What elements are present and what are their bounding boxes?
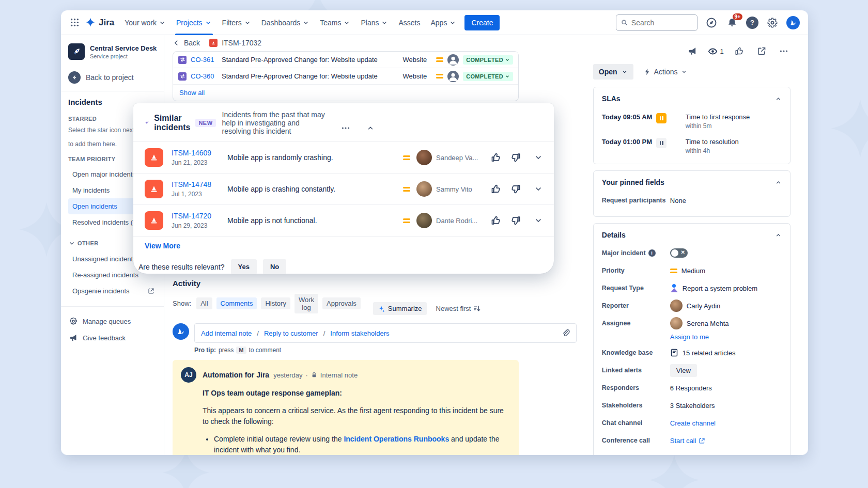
pinned-fields-header[interactable]: Your pinned fields: [602, 176, 782, 192]
collapse-panel-icon[interactable]: [364, 121, 377, 135]
nav-item-plans[interactable]: Plans: [355, 10, 393, 35]
discover-icon[interactable]: [705, 16, 718, 29]
similar-incident-row[interactable]: ITSM-14748 Jul 1, 2023 Mobile app is cra…: [133, 173, 554, 204]
similar-incidents-title: Similar incidents: [154, 114, 190, 132]
filter-comments[interactable]: Comments: [216, 297, 257, 309]
back-link[interactable]: Back: [184, 39, 200, 47]
add-internal-note-link[interactable]: Add internal note: [201, 329, 252, 337]
expand-row-icon[interactable]: [534, 185, 542, 193]
more-options-icon[interactable]: [777, 44, 791, 58]
nav-item-dashboards[interactable]: Dashboards: [256, 10, 315, 35]
expand-row-icon[interactable]: [534, 153, 542, 162]
project-header[interactable]: Central Service Desk Service project: [68, 43, 159, 60]
inform-stakeholders-link[interactable]: Inform stakeholders: [330, 329, 389, 337]
help-icon[interactable]: ?: [746, 17, 758, 29]
notifications-icon[interactable]: 9+: [725, 16, 739, 29]
relevant-no-button[interactable]: No: [263, 259, 286, 274]
chevron-left-icon[interactable]: [173, 39, 180, 46]
actions-dropdown[interactable]: Actions: [644, 68, 687, 76]
relevant-yes-button[interactable]: Yes: [231, 259, 257, 274]
change-key-link[interactable]: CO-360: [191, 72, 218, 80]
panel-more-options-icon[interactable]: [339, 121, 352, 135]
reply-to-customer-link[interactable]: Reply to customer: [264, 329, 318, 337]
nav-item-assets[interactable]: Assets: [393, 10, 425, 35]
incident-key-link[interactable]: ITSM-14720: [172, 212, 225, 220]
major-incident-toggle[interactable]: ✕: [670, 248, 688, 258]
sort-label: Newest first: [436, 305, 471, 312]
request-type-value[interactable]: Report a system problem: [670, 284, 757, 292]
thumbs-down-icon[interactable]: [510, 215, 521, 226]
responders-value[interactable]: 6 Responders: [670, 384, 712, 392]
filter-work-log[interactable]: Work log: [295, 294, 318, 313]
status-dropdown[interactable]: Open: [593, 64, 633, 80]
field-value[interactable]: None: [670, 197, 686, 204]
expand-row-icon[interactable]: [534, 216, 542, 225]
sort-order-button[interactable]: Newest first: [436, 305, 482, 312]
status-badge[interactable]: COMPLETED: [463, 55, 513, 65]
start-call-link[interactable]: Start call: [670, 437, 706, 445]
thumbs-down-icon[interactable]: [510, 152, 521, 163]
info-icon[interactable]: i: [648, 249, 656, 257]
filter-all[interactable]: All: [196, 297, 212, 309]
summarize-button[interactable]: Summarize: [373, 302, 427, 315]
assignee-value[interactable]: Serena Mehta: [670, 317, 729, 329]
nav-item-apps[interactable]: Apps: [425, 10, 461, 35]
issue-key[interactable]: ITSM-17032: [222, 39, 261, 47]
thumbs-up-icon[interactable]: [491, 215, 501, 226]
manage-queues-button[interactable]: Manage queues: [68, 313, 159, 329]
lightning-icon: [644, 68, 651, 75]
view-more-link[interactable]: View More: [133, 236, 554, 255]
feedback-megaphone-icon[interactable]: [686, 44, 699, 58]
incident-key-link[interactable]: ITSM-14609: [172, 149, 225, 157]
view-alerts-button[interactable]: View: [670, 364, 697, 377]
profile-avatar[interactable]: [786, 16, 800, 29]
change-key-link[interactable]: CO-361: [191, 56, 218, 64]
change-summary[interactable]: Standard Pre-Approved Change for: Websit…: [222, 56, 399, 64]
knowledge-base-value[interactable]: 15 related articles: [670, 349, 736, 357]
filter-approvals[interactable]: Approvals: [322, 297, 361, 309]
app-switcher-icon[interactable]: [67, 15, 82, 30]
settings-gear-icon[interactable]: [766, 16, 779, 29]
search-input[interactable]: [631, 19, 692, 27]
give-feedback-button[interactable]: Give feedback: [68, 329, 159, 346]
priority-value[interactable]: Medium: [670, 267, 705, 275]
slas-header[interactable]: SLAs: [602, 92, 782, 108]
source-value[interactable]: Portal: [670, 454, 688, 455]
incident-key-link[interactable]: ITSM-14748: [172, 180, 225, 188]
assignee-avatar[interactable]: [447, 54, 459, 66]
search-box[interactable]: [616, 14, 698, 31]
back-to-project-button[interactable]: Back to project: [68, 71, 159, 84]
create-button[interactable]: Create: [464, 15, 500, 30]
nav-item-teams[interactable]: Teams: [315, 10, 355, 35]
filter-history[interactable]: History: [261, 297, 290, 309]
similar-incident-row[interactable]: ITSM-14609 Jun 21, 2023 Mobile app is ra…: [133, 141, 554, 173]
share-icon[interactable]: [755, 44, 768, 58]
sidebar-item-opsgenie-incidents[interactable]: Opsgenie incidents: [68, 283, 159, 299]
assignee-avatar[interactable]: [447, 71, 459, 82]
create-channel-link[interactable]: Create channel: [670, 419, 716, 427]
runbooks-link[interactable]: Incident Operations Runbooks: [344, 435, 449, 443]
assign-to-me-link[interactable]: Assign to me: [670, 332, 782, 344]
status-badge[interactable]: COMPLETED: [463, 72, 513, 81]
details-header[interactable]: Details: [602, 229, 782, 244]
watchers[interactable]: 1: [708, 46, 724, 56]
nav-item-your-work[interactable]: Your work: [119, 10, 171, 35]
change-summary[interactable]: Standard Pre-Approved Change for: Websit…: [222, 72, 399, 80]
nav-item-projects[interactable]: Projects: [171, 10, 217, 35]
notification-badge: 9+: [733, 13, 742, 20]
comment-input[interactable]: Add internal note / Reply to customer / …: [194, 323, 577, 343]
jira-logo[interactable]: Jira: [82, 17, 119, 28]
linked-change-row[interactable]: CO-360 Standard Pre-Approved Change for:…: [173, 68, 518, 85]
reporter-value[interactable]: Carly Aydin: [670, 300, 721, 312]
linked-change-row[interactable]: CO-361 Standard Pre-Approved Change for:…: [173, 52, 518, 68]
thumbs-down-icon[interactable]: [510, 184, 521, 194]
stakeholders-value[interactable]: 3 Stakeholders: [670, 402, 715, 410]
attachment-paperclip-icon[interactable]: [562, 329, 570, 337]
like-icon[interactable]: [733, 44, 746, 58]
thumbs-up-icon[interactable]: [491, 152, 501, 163]
similar-incident-row[interactable]: ITSM-14720 Jun 29, 2023 Mobile app is no…: [133, 204, 554, 236]
show-all-link[interactable]: Show all: [173, 85, 518, 101]
nav-item-filters[interactable]: Filters: [217, 10, 256, 35]
thumbs-up-icon[interactable]: [491, 184, 501, 194]
incident-type-icon: [145, 211, 163, 230]
